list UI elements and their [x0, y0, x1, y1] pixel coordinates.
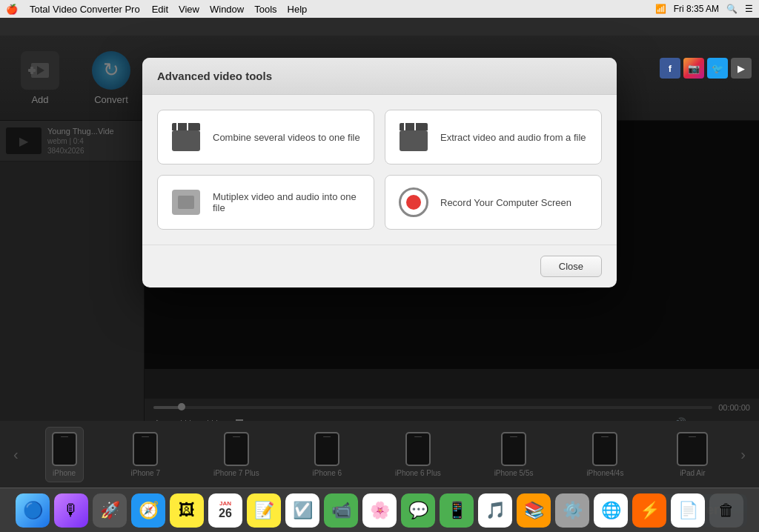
- menu-window[interactable]: Window: [210, 4, 244, 15]
- app-name: Total Video Converter Pro: [30, 4, 140, 15]
- dock-pages[interactable]: 📄: [671, 493, 705, 528]
- menu-extra-icon[interactable]: ☰: [745, 4, 753, 14]
- dock-finder[interactable]: 🔵: [16, 493, 50, 528]
- combine-icon: [170, 121, 202, 153]
- dock-prefs[interactable]: ⚙️: [555, 493, 589, 528]
- tool-extract-card[interactable]: Extract video and audio from a file: [385, 110, 602, 164]
- time-display: Fri 8:35 AM: [674, 4, 719, 14]
- menu-view[interactable]: View: [179, 4, 199, 15]
- apple-icon[interactable]: 🍎: [6, 4, 18, 15]
- menubar: 🍎 Total Video Converter Pro Edit View Wi…: [0, 0, 759, 18]
- record-icon: [397, 186, 430, 219]
- multiplex-icon: [170, 186, 202, 219]
- dock-photos-edit[interactable]: 🖼: [170, 493, 204, 528]
- dock-messages[interactable]: 💬: [401, 493, 435, 528]
- dock-safari[interactable]: 🧭: [131, 493, 165, 528]
- combine-label: Combine several videos to one file: [213, 132, 360, 143]
- tool-multiplex-card[interactable]: Mutiplex video and audio into one file: [157, 175, 374, 230]
- modal-footer: Close: [142, 245, 617, 287]
- modal-overlay: f 📷 🐦 ▶ Advanced video tools: [0, 36, 759, 532]
- dock-chrome[interactable]: 🌐: [594, 493, 628, 528]
- dock-sms[interactable]: 📱: [440, 493, 474, 528]
- dock-itunes[interactable]: 🎵: [478, 493, 512, 528]
- modal-body: Combine several videos to one file Extra…: [142, 95, 617, 245]
- extract-icon: [397, 121, 430, 153]
- wifi-icon: 📶: [655, 4, 666, 14]
- modal-title: Advanced video tools: [157, 70, 272, 82]
- dock-photos[interactable]: 🌸: [362, 493, 397, 528]
- extract-label: Extract video and audio from a file: [440, 132, 586, 143]
- modal: f 📷 🐦 ▶ Advanced video tools: [142, 58, 617, 287]
- dock-spark[interactable]: ⚡: [632, 493, 666, 528]
- dock-launchpad[interactable]: 🚀: [93, 493, 127, 528]
- tool-combine-card[interactable]: Combine several videos to one file: [157, 110, 374, 164]
- app-background: Add ↻ Convert ▶ Young Thug...Vide webm |…: [0, 18, 759, 532]
- dock: 🔵 🎙 🚀 🧭 🖼 JAN 26 📝 ☑️ 📹 🌸 💬 📱 🎵 📚 ⚙️ 🌐 ⚡…: [0, 488, 759, 532]
- dock-facetime[interactable]: 📹: [324, 493, 358, 528]
- record-label: Record Your Computer Screen: [440, 197, 571, 208]
- close-button[interactable]: Close: [540, 256, 602, 277]
- menu-tools[interactable]: Tools: [254, 4, 276, 15]
- dock-calendar[interactable]: JAN 26: [208, 493, 242, 528]
- dock-trash[interactable]: 🗑: [709, 493, 743, 528]
- modal-header: Advanced video tools: [142, 58, 617, 95]
- menu-items: Edit View Window Tools Help: [152, 4, 308, 15]
- menu-help[interactable]: Help: [288, 4, 308, 15]
- search-icon[interactable]: 🔍: [726, 4, 738, 14]
- dock-reminders[interactable]: ☑️: [285, 493, 319, 528]
- dock-siri[interactable]: 🎙: [54, 493, 88, 528]
- dock-ibooks[interactable]: 📚: [517, 493, 551, 528]
- menubar-right: 📶 Fri 8:35 AM 🔍 ☰: [655, 4, 753, 14]
- menu-edit[interactable]: Edit: [152, 4, 168, 15]
- tool-record-card[interactable]: Record Your Computer Screen: [385, 175, 602, 230]
- dock-notes[interactable]: 📝: [247, 493, 281, 528]
- multiplex-label: Mutiplex video and audio into one file: [213, 191, 362, 213]
